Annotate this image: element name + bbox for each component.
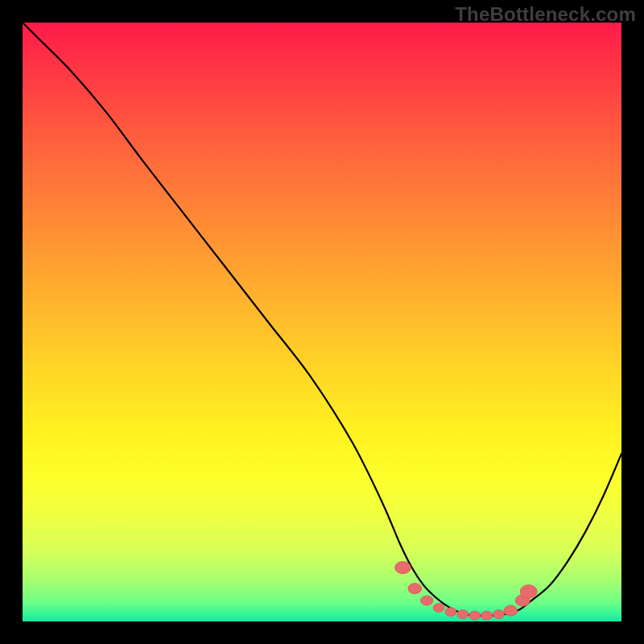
trough-marker xyxy=(421,596,433,605)
trough-markers xyxy=(395,561,538,620)
chart-frame: TheBottleneck.com xyxy=(0,0,644,644)
trough-marker xyxy=(481,611,493,620)
trough-marker xyxy=(469,611,481,620)
trough-marker xyxy=(504,605,518,616)
watermark-text: TheBottleneck.com xyxy=(455,3,636,26)
trough-marker xyxy=(493,610,504,619)
trough-marker xyxy=(433,603,444,612)
bottleneck-curve xyxy=(23,23,621,616)
trough-marker xyxy=(395,561,411,573)
trough-marker xyxy=(408,584,422,594)
trough-marker xyxy=(457,610,469,619)
trough-marker xyxy=(520,585,537,598)
trough-marker xyxy=(445,608,456,617)
curve-layer xyxy=(23,23,621,621)
plot-area xyxy=(23,23,621,621)
